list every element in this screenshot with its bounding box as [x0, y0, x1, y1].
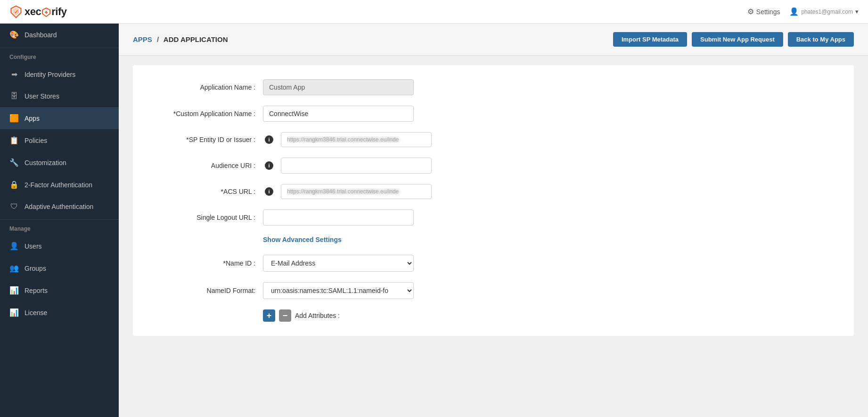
sidebar-item-2fa-label: 2-Factor Authentication	[25, 181, 92, 189]
add-attributes-label: Add Attributes :	[295, 312, 340, 319]
sidebar-item-identity-providers[interactable]: ➡ Identity Providers	[0, 63, 119, 85]
content-area: APPS / ADD APPLICATION Import SP Metadat…	[119, 24, 868, 417]
sidebar-item-license-label: License	[25, 309, 47, 317]
sidebar-item-apps-label: Apps	[25, 115, 40, 122]
sidebar-item-policies-label: Policies	[25, 137, 47, 144]
user-icon: 👤	[789, 7, 799, 16]
breadcrumb-separator: /	[157, 35, 159, 43]
single-logout-url-row: Single Logout URL :	[152, 209, 835, 225]
sidebar-item-license[interactable]: 📊 License	[0, 301, 119, 324]
sidebar-item-user-stores[interactable]: 🗄 User Stores	[0, 85, 119, 107]
submit-new-app-request-button[interactable]: Submit New App Request	[692, 32, 783, 47]
custom-app-name-label: *Custom Application Name :	[152, 110, 255, 117]
user-stores-icon: 🗄	[9, 92, 19, 100]
groups-icon: 👥	[9, 264, 19, 273]
sidebar-item-groups[interactable]: 👥 Groups	[0, 257, 119, 279]
sidebar-item-users[interactable]: 👤 Users	[0, 235, 119, 257]
single-logout-url-input[interactable]	[263, 209, 414, 225]
audience-uri-row: Audience URI : i	[152, 158, 835, 174]
customization-icon: 🔧	[9, 158, 19, 167]
chevron-down-icon: ▾	[855, 8, 859, 15]
application-name-input[interactable]	[263, 79, 414, 95]
breadcrumb-current: ADD APPLICATION	[164, 35, 228, 43]
single-logout-url-label: Single Logout URL :	[152, 214, 255, 221]
sp-entity-info-icon[interactable]: i	[265, 135, 273, 144]
sidebar-item-identity-providers-label: Identity Providers	[25, 71, 75, 78]
license-icon: 📊	[9, 308, 19, 317]
custom-app-name-input[interactable]	[263, 106, 414, 122]
application-name-row: Application Name :	[152, 79, 835, 95]
custom-app-name-row: *Custom Application Name :	[152, 106, 835, 122]
lock-icon: 🔒	[9, 180, 19, 189]
logo-shield-icon: ✓	[9, 5, 23, 18]
acs-url-row: *ACS URL : i	[152, 184, 835, 199]
sidebar-item-2fa[interactable]: 🔒 2-Factor Authentication	[0, 174, 119, 196]
header-actions: Import SP Metadata Submit New App Reques…	[613, 32, 854, 47]
apps-icon: 🟧	[9, 114, 19, 123]
sidebar-item-reports-label: Reports	[25, 287, 48, 294]
configure-section-label: Configure	[0, 48, 119, 63]
logo: ✓ xecrify	[9, 5, 66, 18]
audience-uri-label: Audience URI :	[152, 162, 255, 169]
users-icon: 👤	[9, 242, 19, 250]
acs-url-label: *ACS URL :	[152, 188, 255, 195]
sp-entity-id-label: *SP Entity ID or Issuer :	[152, 136, 255, 143]
audience-uri-input[interactable]	[281, 158, 432, 174]
settings-label: Settings	[756, 8, 780, 16]
name-id-row: *Name ID : E-Mail Address Username Custo…	[152, 255, 835, 272]
settings-link[interactable]: ⚙ Settings	[747, 7, 780, 16]
nameid-format-label: NameID Format:	[152, 287, 255, 294]
remove-attribute-button[interactable]: −	[279, 309, 291, 322]
audience-uri-info-icon[interactable]: i	[265, 161, 273, 170]
add-application-form: Application Name : *Custom Application N…	[133, 65, 854, 336]
show-advanced-settings-link[interactable]: Show Advanced Settings	[263, 236, 342, 243]
sidebar-item-adaptive-auth-label: Adaptive Authentication	[25, 203, 93, 210]
sp-entity-id-input[interactable]	[281, 132, 432, 147]
identity-providers-icon: ➡	[9, 70, 19, 79]
import-sp-metadata-button[interactable]: Import SP Metadata	[613, 32, 687, 47]
sidebar-item-dashboard-label: Dashboard	[25, 31, 57, 39]
breadcrumb-apps[interactable]: APPS	[133, 35, 152, 43]
top-nav: ✓ xecrify ⚙ Settings 👤 phates1@gmail.com…	[0, 0, 868, 24]
nameid-format-select[interactable]: urn:oasis:names:tc:SAML:1.1:nameid-fo	[263, 282, 414, 299]
sidebar-item-user-stores-label: User Stores	[25, 92, 59, 100]
name-id-label: *Name ID :	[152, 259, 255, 267]
user-email: phates1@gmail.com	[801, 8, 853, 15]
acs-url-info-icon[interactable]: i	[265, 187, 273, 196]
user-menu[interactable]: 👤 phates1@gmail.com ▾	[789, 7, 859, 16]
manage-section-label: Manage	[0, 219, 119, 235]
application-name-label: Application Name :	[152, 83, 255, 91]
sidebar-item-reports[interactable]: 📊 Reports	[0, 279, 119, 301]
sidebar: 🎨 Dashboard Configure ➡ Identity Provide…	[0, 24, 119, 417]
sidebar-item-apps[interactable]: 🟧 Apps	[0, 107, 119, 129]
dashboard-icon: 🎨	[9, 30, 19, 39]
back-to-my-apps-button[interactable]: Back to My Apps	[788, 32, 854, 47]
page-header: APPS / ADD APPLICATION Import SP Metadat…	[119, 24, 868, 56]
gear-icon: ⚙	[747, 7, 754, 16]
shield-icon: 🛡	[9, 202, 19, 211]
sidebar-item-policies[interactable]: 📋 Policies	[0, 129, 119, 151]
acs-url-input[interactable]	[281, 184, 432, 199]
brand-name: xecrify	[25, 6, 66, 18]
policies-icon: 📋	[9, 136, 19, 145]
svg-text:✓: ✓	[14, 8, 18, 14]
add-attribute-button[interactable]: +	[263, 309, 275, 322]
sidebar-item-dashboard[interactable]: 🎨 Dashboard	[0, 24, 119, 46]
sidebar-item-customization-label: Customization	[25, 159, 66, 167]
sidebar-item-customization[interactable]: 🔧 Customization	[0, 151, 119, 174]
sidebar-item-adaptive-auth[interactable]: 🛡 Adaptive Authentication	[0, 196, 119, 217]
nameid-format-row: NameID Format: urn:oasis:names:tc:SAML:1…	[152, 282, 835, 299]
reports-icon: 📊	[9, 286, 19, 295]
sidebar-item-users-label: Users	[25, 242, 42, 250]
breadcrumb: APPS / ADD APPLICATION	[133, 35, 228, 43]
top-nav-right: ⚙ Settings 👤 phates1@gmail.com ▾	[747, 7, 859, 16]
sidebar-item-groups-label: Groups	[25, 265, 46, 272]
sp-entity-id-row: *SP Entity ID or Issuer : i	[152, 132, 835, 147]
add-attributes-row: + − Add Attributes :	[263, 309, 835, 322]
main-layout: 🎨 Dashboard Configure ➡ Identity Provide…	[0, 24, 868, 417]
name-id-select[interactable]: E-Mail Address Username Custom	[263, 255, 414, 272]
